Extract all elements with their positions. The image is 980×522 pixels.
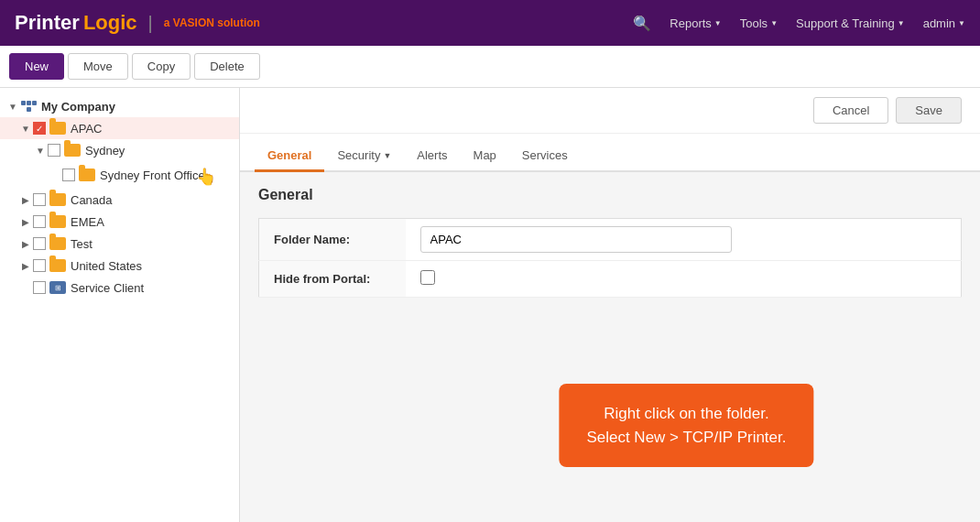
content-wrapper: Cancel Save General Security ▼ Alerts Ma… (240, 88, 980, 522)
tab-general[interactable]: General (255, 141, 324, 172)
canada-expander[interactable]: ▶ (18, 192, 33, 207)
canada-checkbox[interactable] (33, 193, 46, 206)
folder-name-input-cell (406, 219, 962, 261)
tab-map[interactable]: Map (461, 141, 509, 172)
apac-checkbox[interactable] (33, 122, 46, 135)
support-dropdown-icon: ▼ (898, 19, 905, 27)
apac-expander[interactable]: ▼ (18, 121, 33, 136)
tree-item-sydney[interactable]: ▼ Sydney (0, 139, 239, 161)
sfo-checkbox[interactable] (62, 169, 75, 181)
emea-checkbox[interactable] (33, 215, 46, 228)
copy-button[interactable]: Copy (132, 53, 191, 80)
us-expander[interactable]: ▶ (18, 258, 33, 273)
tree-item-apac[interactable]: ▼ APAC (0, 117, 239, 139)
tree-item-service-client[interactable]: ▶ ⊞ Service Client (0, 277, 239, 299)
emea-expander[interactable]: ▶ (18, 214, 33, 229)
folder-name-input[interactable] (420, 226, 732, 253)
sfo-label: Sydney Front Office (100, 169, 205, 182)
sc-checkbox[interactable] (33, 281, 46, 294)
folder-name-row: Folder Name: (259, 219, 962, 261)
security-dropdown-icon: ▼ (383, 151, 391, 160)
top-navigation: PrinterLogic | a VASION solution 🔍 Repor… (0, 0, 980, 46)
tab-services[interactable]: Services (509, 141, 581, 172)
logo-divider: | (148, 13, 153, 34)
callout-line2: Select New > TCP/IP Printer. (586, 426, 786, 450)
hide-portal-row: Hide from Portal: (259, 261, 962, 298)
sfo-folder-icon (79, 169, 95, 181)
us-checkbox[interactable] (33, 259, 46, 272)
hide-portal-label: Hide from Portal: (259, 261, 406, 298)
tab-alerts[interactable]: Alerts (404, 141, 460, 172)
apac-label: APAC (71, 122, 102, 136)
tree-item-emea[interactable]: ▶ EMEA (0, 211, 239, 233)
sydney-label: Sydney (85, 144, 125, 158)
logo-vasion-text: a VASION solution (164, 16, 260, 29)
form-title: General (258, 187, 962, 203)
tab-security[interactable]: Security ▼ (324, 141, 404, 172)
emea-folder-icon (49, 215, 66, 228)
root-label: My Company (41, 100, 115, 114)
cancel-button[interactable]: Cancel (813, 97, 888, 124)
tree-root-item[interactable]: ▼ My Company (0, 95, 239, 117)
form-area: General Folder Name: Hide from Portal: (240, 172, 980, 522)
cursor-icon: 👆 (196, 167, 216, 187)
folder-name-label: Folder Name: (259, 219, 406, 261)
tree-item-test[interactable]: ▶ Test (0, 233, 239, 255)
callout-overlay: Right click on the folder. Select New > … (559, 384, 813, 467)
root-expander[interactable]: ▼ (5, 99, 20, 114)
tools-menu[interactable]: Tools ▼ (740, 16, 778, 30)
sc-label: Service Client (71, 281, 144, 295)
tree-item-sydney-front-office[interactable]: ▶ Sydney Front Office 👆 (0, 161, 239, 189)
sydney-checkbox[interactable] (48, 144, 60, 157)
new-button[interactable]: New (9, 53, 64, 80)
form-table: Folder Name: Hide from Portal: (258, 218, 962, 298)
main-layout: ▼ My Company ▼ APAC ▼ Sydney ▶ Sydne (0, 88, 980, 522)
admin-dropdown-icon: ▼ (958, 19, 965, 27)
tab-bar: General Security ▼ Alerts Map Services (240, 134, 980, 172)
form-actions: Cancel Save (240, 88, 980, 134)
callout-line1: Right click on the folder. (586, 402, 786, 426)
tools-dropdown-icon: ▼ (770, 19, 778, 27)
admin-menu[interactable]: admin ▼ (923, 16, 965, 30)
test-folder-icon (49, 237, 66, 250)
save-button[interactable]: Save (896, 97, 962, 124)
logo-printer-text: Printer (15, 11, 80, 35)
test-label: Test (71, 237, 93, 251)
test-expander[interactable]: ▶ (18, 236, 33, 251)
hide-portal-checkbox-cell (406, 261, 962, 298)
nav-right: 🔍 Reports ▼ Tools ▼ Support & Training ▼… (633, 15, 965, 32)
service-client-icon: ⊞ (49, 281, 66, 294)
delete-button[interactable]: Delete (194, 53, 260, 80)
sydney-expander[interactable]: ▼ (33, 143, 48, 158)
search-icon[interactable]: 🔍 (633, 15, 651, 32)
canada-folder-icon (49, 193, 66, 206)
emea-label: EMEA (71, 215, 104, 229)
move-button[interactable]: Move (68, 53, 128, 80)
hide-portal-checkbox[interactable] (420, 270, 435, 285)
sidebar: ▼ My Company ▼ APAC ▼ Sydney ▶ Sydne (0, 88, 240, 522)
logo-logic-text: Logic (83, 11, 137, 35)
company-icon (20, 100, 37, 113)
tree-item-canada[interactable]: ▶ Canada (0, 189, 239, 211)
sydney-folder-icon (64, 144, 81, 157)
us-label: United States (71, 259, 142, 273)
logo: PrinterLogic | a VASION solution (15, 11, 260, 35)
apac-folder-icon (49, 122, 66, 135)
us-folder-icon (49, 259, 66, 272)
tree-item-united-states[interactable]: ▶ United States (0, 255, 239, 277)
test-checkbox[interactable] (33, 237, 46, 250)
nav-left: PrinterLogic | a VASION solution (15, 11, 260, 35)
toolbar: New Move Copy Delete (0, 46, 980, 88)
support-menu[interactable]: Support & Training ▼ (796, 16, 905, 30)
canada-label: Canada (71, 193, 113, 207)
reports-menu[interactable]: Reports ▼ (670, 16, 721, 30)
reports-dropdown-icon: ▼ (714, 19, 722, 27)
